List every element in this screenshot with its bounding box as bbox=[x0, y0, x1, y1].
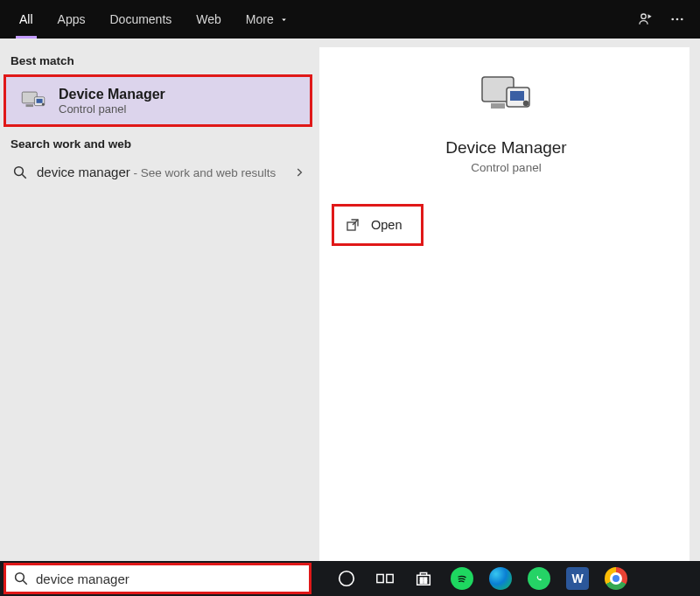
svg-point-15 bbox=[522, 101, 528, 106]
chevron-right-icon bbox=[293, 166, 305, 179]
task-view-icon bbox=[375, 569, 395, 588]
tab-apps[interactable]: Apps bbox=[46, 0, 98, 39]
svg-rect-7 bbox=[37, 99, 43, 103]
search-scope-tabs: All Apps Documents Web More bbox=[0, 0, 700, 39]
task-view-button[interactable] bbox=[366, 561, 404, 596]
edge-button[interactable] bbox=[481, 561, 520, 596]
store-icon bbox=[414, 569, 433, 588]
taskbar: W bbox=[0, 561, 700, 596]
spotify-button[interactable] bbox=[443, 561, 481, 596]
tab-more[interactable]: More bbox=[234, 0, 301, 39]
svg-rect-12 bbox=[491, 103, 505, 109]
open-button[interactable]: Open bbox=[332, 204, 424, 246]
svg-rect-22 bbox=[387, 574, 393, 582]
svg-point-1 bbox=[671, 18, 674, 21]
web-result-hint: - See work and web results bbox=[130, 166, 276, 179]
chrome-button[interactable] bbox=[597, 561, 635, 596]
search-icon bbox=[12, 165, 28, 180]
svg-point-20 bbox=[340, 571, 354, 586]
device-manager-icon bbox=[18, 86, 48, 116]
whatsapp-button[interactable] bbox=[520, 561, 558, 596]
device-manager-large-icon bbox=[475, 68, 538, 124]
detail-subtitle: Control panel bbox=[471, 161, 541, 174]
tab-web[interactable]: Web bbox=[184, 0, 234, 39]
search-web-heading: Search work and web bbox=[0, 130, 319, 158]
best-match-result[interactable]: Device Manager Control panel bbox=[4, 74, 312, 127]
microsoft-store-button[interactable] bbox=[404, 561, 443, 596]
svg-rect-23 bbox=[420, 578, 423, 580]
word-icon: W bbox=[566, 567, 589, 590]
svg-rect-5 bbox=[26, 104, 34, 107]
svg-rect-14 bbox=[510, 91, 524, 101]
svg-line-19 bbox=[23, 580, 27, 585]
best-match-subtitle: Control panel bbox=[59, 102, 165, 116]
word-button[interactable]: W bbox=[558, 561, 597, 596]
search-icon bbox=[13, 571, 29, 586]
detail-title: Device Manager bbox=[445, 138, 566, 158]
taskbar-search-input[interactable] bbox=[36, 571, 302, 586]
svg-point-0 bbox=[641, 14, 646, 18]
svg-line-10 bbox=[22, 174, 26, 179]
results-list: Best match Device Manager Control panel … bbox=[0, 39, 319, 561]
whatsapp-icon bbox=[528, 567, 550, 590]
svg-point-2 bbox=[676, 18, 679, 21]
taskbar-search-box[interactable] bbox=[4, 563, 312, 594]
web-result-query: device manager bbox=[37, 165, 130, 179]
spotify-icon bbox=[451, 567, 473, 590]
svg-point-18 bbox=[16, 573, 24, 582]
best-match-title: Device Manager bbox=[59, 87, 165, 102]
cortana-icon bbox=[337, 569, 356, 588]
svg-point-3 bbox=[681, 18, 683, 21]
best-match-heading: Best match bbox=[0, 47, 319, 74]
open-label: Open bbox=[371, 218, 402, 232]
tab-all[interactable]: All bbox=[7, 0, 46, 39]
svg-rect-21 bbox=[377, 574, 383, 582]
svg-rect-25 bbox=[420, 581, 423, 584]
svg-rect-24 bbox=[424, 578, 427, 580]
chevron-down-icon bbox=[279, 15, 289, 25]
tab-more-label: More bbox=[246, 12, 274, 26]
chrome-icon bbox=[605, 567, 627, 590]
tab-documents[interactable]: Documents bbox=[97, 0, 184, 39]
search-results-pane: Best match Device Manager Control panel … bbox=[0, 39, 700, 561]
more-options-icon[interactable] bbox=[662, 4, 693, 35]
svg-point-8 bbox=[42, 103, 45, 106]
feedback-icon[interactable] bbox=[630, 4, 662, 35]
open-icon bbox=[345, 217, 360, 233]
result-detail-panel: Device Manager Control panel Open bbox=[319, 39, 700, 561]
edge-icon bbox=[489, 567, 512, 590]
search-web-result[interactable]: device manager - See work and web result… bbox=[0, 158, 319, 187]
cortana-button[interactable] bbox=[327, 561, 366, 596]
svg-rect-26 bbox=[424, 581, 427, 584]
svg-point-9 bbox=[15, 167, 24, 176]
